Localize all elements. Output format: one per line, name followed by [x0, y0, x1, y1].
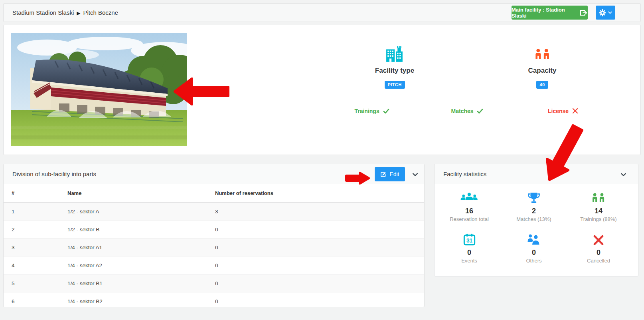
two-people-icon: [499, 46, 585, 63]
statistics-panel: Facility statistics 16 Reservation total: [434, 164, 638, 276]
cell-index: 3: [4, 244, 59, 250]
x-icon: [566, 231, 631, 246]
col-header-index: #: [4, 190, 59, 196]
stat-label: Matches (13%): [502, 216, 566, 222]
statistics-grid: 16 Reservation total 2 Matches (13%): [435, 184, 638, 273]
facility-type-card: Facility type PITCH: [352, 46, 438, 89]
facility-photo: [11, 33, 187, 146]
edit-button-label: Edit: [389, 171, 399, 177]
gear-icon: [599, 9, 606, 16]
stat-label: Trainings (88%): [566, 216, 631, 222]
stat-label: Cancelled: [566, 258, 631, 264]
cell-reservations: 0: [207, 298, 424, 304]
chevron-down-icon: [608, 11, 612, 14]
group-icon: [437, 190, 502, 204]
flag-matches: Matches: [432, 108, 502, 114]
facility-overview-panel: Facility type PITCH Capacity 40 Training…: [3, 25, 641, 155]
cell-reservations: 0: [207, 262, 424, 268]
stat-label: Others: [502, 258, 566, 264]
stat-events: 31 0 Events: [437, 231, 502, 273]
table-row: 3 1/4 - sektor A1 0: [4, 238, 424, 256]
facility-type-badge: PITCH: [385, 81, 405, 89]
edit-icon: [380, 171, 386, 177]
table-row: 5 1/4 - sektor B1 0: [4, 274, 424, 292]
cell-index: 2: [4, 227, 59, 233]
settings-button[interactable]: [596, 6, 615, 20]
stat-others: 0 Others: [502, 231, 566, 273]
stat-value: 0: [437, 248, 502, 257]
stat-reservation-total: 16 Reservation total: [437, 190, 502, 231]
col-header-name: Name: [59, 190, 207, 196]
cell-index: 4: [4, 262, 59, 268]
stat-value: 16: [437, 207, 502, 215]
breadcrumb-stadium[interactable]: Stadium Stadion Slaski: [12, 9, 74, 16]
stat-matches: 2 Matches (13%): [502, 190, 566, 231]
cell-reservations: 3: [207, 209, 424, 215]
division-panel-title: Division of sub-facility into parts: [12, 164, 96, 184]
edit-button[interactable]: Edit: [375, 167, 405, 181]
chevron-down-icon: [413, 173, 418, 176]
stat-value: 0: [566, 248, 631, 257]
main-facility-button-label: Main facility : Stadion Slaski: [512, 7, 576, 19]
stat-label: Events: [437, 258, 502, 264]
flag-trainings-label: Trainings: [354, 108, 379, 114]
cell-name: 1/4 - sektor B1: [59, 280, 207, 286]
breadcrumb: Stadium Stadion Slaski▶Pitch Boczne: [12, 4, 118, 22]
stat-value: 2: [502, 207, 566, 215]
division-panel-header: Division of sub-facility into parts Edit: [4, 164, 424, 184]
cell-name: 1/2 - sektor A: [59, 209, 207, 215]
check-icon: [475, 108, 483, 114]
table-row: 2 1/2 - sektor B 0: [4, 220, 424, 238]
cell-index: 5: [4, 280, 59, 286]
check-icon: [381, 108, 389, 114]
statistics-panel-header: Facility statistics: [435, 164, 638, 184]
division-table: # Name Number of reservations 1 1/2 - se…: [4, 184, 424, 310]
svg-text:31: 31: [466, 238, 472, 244]
cell-reservations: 0: [207, 227, 424, 233]
trophy-icon: [502, 190, 566, 204]
chevron-down-icon: [621, 173, 626, 176]
col-header-reservations: Number of reservations: [207, 190, 424, 196]
stat-value: 0: [502, 248, 566, 257]
cell-index: 6: [4, 298, 59, 304]
exit-icon: [580, 10, 588, 16]
capacity-card: Capacity 40: [499, 46, 585, 89]
flag-matches-label: Matches: [451, 108, 474, 114]
two-people-icon: [566, 190, 631, 204]
division-collapse-toggle[interactable]: [410, 171, 420, 179]
statistics-collapse-toggle[interactable]: [618, 171, 628, 179]
two-users-icon: [502, 231, 566, 246]
buildings-icon: [352, 46, 438, 63]
table-row: 6 1/4 - sektor B2 0: [4, 292, 424, 310]
cell-name: 1/2 - sektor B: [59, 227, 207, 233]
main-facility-button[interactable]: Main facility : Stadion Slaski: [512, 6, 588, 20]
statistics-panel-title: Facility statistics: [443, 164, 486, 184]
table-header-row: # Name Number of reservations: [4, 184, 424, 203]
capacity-label: Capacity: [499, 67, 585, 75]
cross-icon: [570, 108, 578, 114]
stat-trainings: 14 Trainings (88%): [566, 190, 631, 231]
cell-reservations: 0: [207, 244, 424, 250]
cell-reservations: 0: [207, 280, 424, 286]
division-panel: Division of sub-facility into parts Edit…: [3, 164, 425, 307]
stat-label: Reservation total: [437, 216, 502, 222]
breadcrumb-separator-icon: ▶: [77, 10, 80, 16]
facility-type-label: Facility type: [352, 67, 438, 75]
stat-value: 14: [566, 207, 631, 215]
cell-name: 1/4 - sektor A2: [59, 262, 207, 268]
top-bar: Stadium Stadion Slaski▶Pitch Boczne Main…: [3, 3, 641, 22]
cell-name: 1/4 - sektor A1: [59, 244, 207, 250]
breadcrumb-current: Pitch Boczne: [83, 9, 118, 16]
table-row: 1 1/2 - sektor A 3: [4, 203, 424, 220]
flag-license: License: [528, 108, 598, 114]
cell-name: 1/4 - sektor B2: [59, 298, 207, 304]
flag-license-label: License: [548, 108, 569, 114]
calendar-icon: 31: [437, 231, 502, 246]
flag-trainings: Trainings: [337, 108, 407, 114]
table-row: 4 1/4 - sektor A2 0: [4, 256, 424, 274]
capacity-badge: 40: [536, 81, 548, 89]
cell-index: 1: [4, 209, 59, 215]
stat-cancelled: 0 Cancelled: [566, 231, 631, 273]
